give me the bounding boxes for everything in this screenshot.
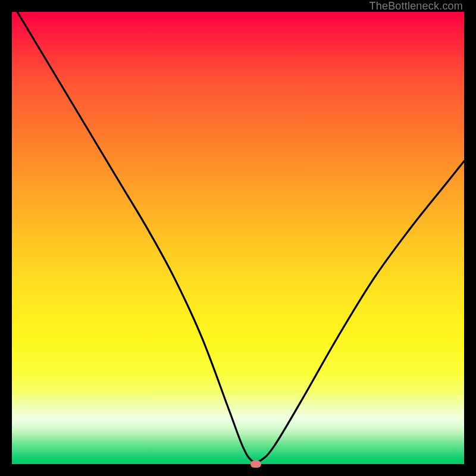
chart-frame: TheBottleneck.com <box>0 0 476 476</box>
watermark-text: TheBottleneck.com <box>369 0 463 12</box>
optimum-marker <box>250 461 261 468</box>
plot-area <box>12 12 464 464</box>
bottleneck-curve <box>12 3 464 462</box>
curve-svg <box>12 12 464 464</box>
